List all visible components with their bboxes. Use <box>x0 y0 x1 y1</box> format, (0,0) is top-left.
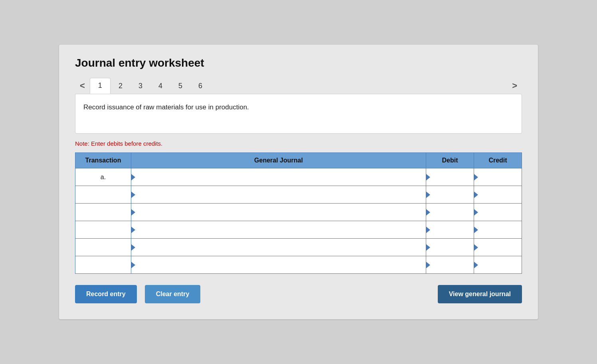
general-journal-cell-4[interactable] <box>131 239 426 256</box>
triangle-marker-gj-0 <box>131 174 135 180</box>
debit-cell-5[interactable] <box>426 256 474 274</box>
triangle-marker-gj-2 <box>131 209 135 216</box>
debit-input-4[interactable] <box>426 239 474 256</box>
worksheet-container: Journal entry worksheet < 1 2 3 4 5 6 > … <box>59 45 538 319</box>
tabs-navigation: < 1 2 3 4 5 6 > <box>75 77 522 94</box>
debit-input-3[interactable] <box>426 221 474 238</box>
general-journal-cell-0[interactable] <box>131 168 426 186</box>
record-entry-button[interactable]: Record entry <box>75 285 137 303</box>
general-journal-input-5[interactable] <box>131 256 426 273</box>
general-journal-input-0[interactable] <box>131 168 426 186</box>
general-journal-cell-1[interactable] <box>131 186 426 204</box>
triangle-marker-credit-4 <box>474 244 478 251</box>
transaction-cell-5 <box>75 256 131 274</box>
triangle-marker-debit-4 <box>426 244 430 251</box>
credit-cell-4[interactable] <box>474 239 522 256</box>
tab-content-area: Record issuance of raw materials for use… <box>75 94 522 134</box>
transaction-cell-4 <box>75 239 131 256</box>
transaction-cell-0: a. <box>75 168 131 186</box>
debit-cell-0[interactable] <box>426 168 474 186</box>
transaction-cell-1 <box>75 186 131 204</box>
triangle-marker-debit-1 <box>426 192 430 198</box>
debit-input-2[interactable] <box>426 204 474 221</box>
debit-input-0[interactable] <box>426 168 474 186</box>
table-row <box>75 204 522 221</box>
triangle-marker-debit-0 <box>426 174 430 180</box>
triangle-marker-debit-5 <box>426 262 430 268</box>
debit-cell-2[interactable] <box>426 204 474 221</box>
tab-2[interactable]: 2 <box>111 79 130 93</box>
general-journal-input-4[interactable] <box>131 239 426 256</box>
general-journal-input-3[interactable] <box>131 221 426 238</box>
tab-1[interactable]: 1 <box>90 78 111 94</box>
credit-cell-2[interactable] <box>474 204 522 221</box>
col-header-credit: Credit <box>474 153 522 168</box>
triangle-marker-gj-4 <box>131 244 135 251</box>
credit-input-4[interactable] <box>474 239 522 256</box>
col-header-debit: Debit <box>426 153 474 168</box>
credit-cell-0[interactable] <box>474 168 522 186</box>
triangle-marker-gj-5 <box>131 262 135 268</box>
triangle-marker-debit-2 <box>426 209 430 216</box>
general-journal-input-1[interactable] <box>131 186 426 203</box>
table-row <box>75 256 522 274</box>
col-header-general-journal: General Journal <box>131 153 426 168</box>
triangle-marker-gj-1 <box>131 192 135 198</box>
table-row <box>75 221 522 239</box>
tab-5[interactable]: 5 <box>170 79 190 93</box>
tab-content-text: Record issuance of raw materials for use… <box>83 102 514 113</box>
debit-cell-4[interactable] <box>426 239 474 256</box>
clear-entry-button[interactable]: Clear entry <box>145 285 201 303</box>
general-journal-input-2[interactable] <box>131 204 426 221</box>
credit-cell-5[interactable] <box>474 256 522 274</box>
page-title: Journal entry worksheet <box>75 57 522 69</box>
triangle-marker-credit-2 <box>474 209 478 216</box>
buttons-row: Record entry Clear entry View general jo… <box>75 285 522 303</box>
note-text: Note: Enter debits before credits. <box>75 140 522 147</box>
tab-3[interactable]: 3 <box>130 79 150 93</box>
col-header-transaction: Transaction <box>75 153 131 168</box>
credit-input-5[interactable] <box>474 256 522 273</box>
general-journal-cell-5[interactable] <box>131 256 426 274</box>
next-tab-button[interactable]: > <box>507 77 522 94</box>
credit-input-2[interactable] <box>474 204 522 221</box>
debit-input-1[interactable] <box>426 186 474 203</box>
view-general-journal-button[interactable]: View general journal <box>438 285 522 303</box>
debit-input-5[interactable] <box>426 256 474 273</box>
transaction-cell-3 <box>75 221 131 239</box>
general-journal-cell-3[interactable] <box>131 221 426 239</box>
tab-4[interactable]: 4 <box>150 79 170 93</box>
triangle-marker-debit-3 <box>426 227 430 233</box>
credit-input-1[interactable] <box>474 186 522 203</box>
tab-6[interactable]: 6 <box>190 79 210 93</box>
triangle-marker-credit-3 <box>474 227 478 233</box>
transaction-cell-2 <box>75 204 131 221</box>
table-row <box>75 239 522 256</box>
table-row: a. <box>75 168 522 186</box>
triangle-marker-credit-1 <box>474 192 478 198</box>
triangle-marker-credit-5 <box>474 262 478 268</box>
general-journal-cell-2[interactable] <box>131 204 426 221</box>
credit-cell-1[interactable] <box>474 186 522 204</box>
journal-table: Transaction General Journal Debit Credit… <box>75 152 522 274</box>
table-row <box>75 186 522 204</box>
credit-input-0[interactable] <box>474 168 522 186</box>
prev-tab-button[interactable]: < <box>75 77 90 94</box>
credit-input-3[interactable] <box>474 221 522 238</box>
debit-cell-3[interactable] <box>426 221 474 239</box>
credit-cell-3[interactable] <box>474 221 522 239</box>
triangle-marker-credit-0 <box>474 174 478 180</box>
debit-cell-1[interactable] <box>426 186 474 204</box>
triangle-marker-gj-3 <box>131 227 135 233</box>
